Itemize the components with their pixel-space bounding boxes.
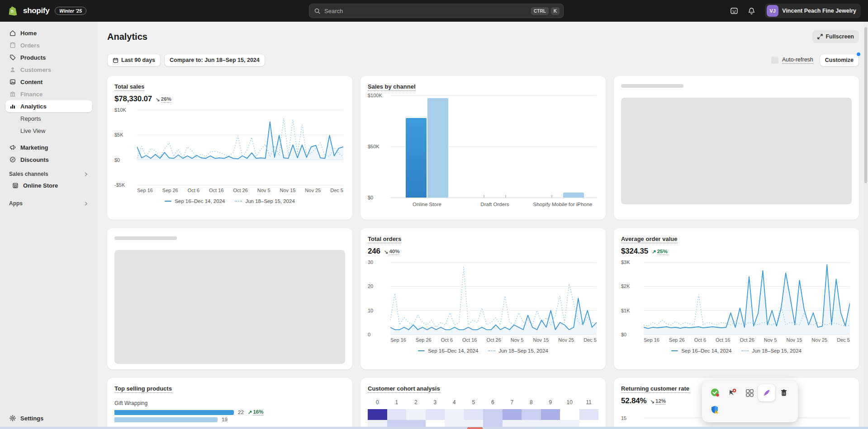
feather-extension-button[interactable] bbox=[758, 384, 775, 401]
legend-swatch-solid bbox=[671, 350, 678, 351]
product-bar-previous[interactable] bbox=[114, 417, 218, 422]
x-axis-tick: Oct 6 bbox=[441, 337, 453, 343]
sidebar-item-live-view[interactable]: Live View bbox=[5, 125, 92, 137]
sidebar-item-customers[interactable]: Customers bbox=[5, 64, 92, 75]
sidebar-item-content[interactable]: Content bbox=[5, 76, 92, 88]
cohort-cell[interactable] bbox=[406, 409, 426, 420]
cohort-column-number: 1 bbox=[387, 399, 407, 405]
cohort-cell[interactable] bbox=[483, 409, 503, 420]
line-plot bbox=[390, 262, 597, 335]
sidebar-item-discounts[interactable]: Discounts bbox=[5, 154, 92, 165]
top-products-list: Gift Wrapping22↗16%19Vincent Peach Holid… bbox=[114, 400, 345, 429]
sidebar-item-home[interactable]: Home bbox=[5, 27, 92, 39]
x-axis-tick: Sep 26 bbox=[669, 337, 685, 343]
customize-button[interactable]: Customize bbox=[820, 54, 859, 66]
notifications-button[interactable] bbox=[744, 4, 759, 18]
compare-button[interactable]: Compare to: Jun 18–Sep 15, 2024 bbox=[164, 54, 265, 66]
defender-extension-button[interactable]: ! bbox=[707, 401, 724, 419]
extensions-grid-button[interactable] bbox=[741, 384, 758, 401]
sales-by-channel-chart[interactable]: $100K$50K$0 bbox=[368, 95, 598, 198]
chart-legend: Sep 16–Dec 14, 2024Jun 18–Sep 15, 2024 bbox=[621, 348, 852, 354]
sidebar-item-online-store[interactable]: Online Store bbox=[5, 179, 92, 191]
calendar-icon bbox=[113, 57, 119, 63]
sales-channels-header[interactable]: Sales channels bbox=[5, 169, 92, 179]
trend-arrow: ↘ bbox=[156, 96, 160, 103]
auto-refresh-toggle[interactable]: Auto-refresh bbox=[771, 57, 813, 64]
cohort-cell[interactable] bbox=[368, 409, 387, 420]
store-avatar: VJ bbox=[767, 5, 778, 17]
sidebar-item-marketing[interactable]: Marketing bbox=[5, 141, 92, 153]
sidekick-icon bbox=[730, 6, 739, 15]
aov-chart[interactable]: $3K$2K$1K$0 bbox=[621, 262, 852, 335]
legend-item: Sep 16–Dec 14, 2024 bbox=[165, 198, 225, 204]
trend-percent: 40% bbox=[389, 249, 399, 255]
card-title[interactable]: Total sales bbox=[114, 83, 144, 91]
customize-label: Customize bbox=[825, 57, 854, 63]
apps-header[interactable]: Apps bbox=[5, 198, 92, 209]
store-switcher[interactable]: VJ Vincent Peach Fine Jewelry bbox=[765, 4, 861, 18]
cohort-cell[interactable] bbox=[560, 409, 579, 420]
auto-refresh-checkbox[interactable] bbox=[771, 57, 778, 64]
person-icon bbox=[9, 66, 16, 73]
blocked-extension-button[interactable] bbox=[724, 384, 741, 401]
card-title[interactable]: Top selling products bbox=[114, 385, 172, 393]
page-scrollbar[interactable] bbox=[863, 22, 868, 429]
date-range-button[interactable]: Last 90 days bbox=[107, 54, 161, 66]
product-bar-current[interactable] bbox=[114, 410, 234, 415]
cohort-cell[interactable] bbox=[387, 409, 407, 420]
cohort-heatmap[interactable] bbox=[368, 409, 598, 429]
home-icon bbox=[9, 29, 16, 37]
cohort-cell[interactable] bbox=[541, 409, 560, 420]
cohort-cell[interactable] bbox=[579, 409, 599, 420]
total-sales-chart[interactable]: $10K$5K$0-$5K bbox=[114, 110, 345, 185]
cohort-cell[interactable] bbox=[426, 409, 445, 420]
bar[interactable] bbox=[427, 98, 448, 198]
legend-item: Sep 16–Dec 14, 2024 bbox=[418, 348, 478, 354]
y-axis-tick: $0 bbox=[368, 195, 387, 200]
legend-item: Jun 18–Sep 15, 2024 bbox=[235, 198, 294, 204]
bar[interactable] bbox=[563, 193, 584, 198]
card-title[interactable]: Returning customer rate bbox=[621, 385, 689, 393]
bank-icon bbox=[9, 90, 16, 98]
sidebar-item-label: Orders bbox=[20, 42, 40, 49]
svg-text:S: S bbox=[11, 9, 14, 14]
fullscreen-button[interactable]: Fullscreen bbox=[812, 30, 859, 43]
sidebar: Home Orders Products Customers Content F… bbox=[0, 22, 98, 429]
cohort-cell[interactable] bbox=[445, 409, 464, 420]
scrollbar-thumb[interactable] bbox=[864, 27, 867, 183]
x-axis-tick: Oct 26 bbox=[486, 337, 501, 343]
shopify-logo[interactable]: S shopify bbox=[7, 5, 49, 17]
sidebar-item-label: Content bbox=[20, 79, 43, 85]
card-title[interactable]: Total orders bbox=[368, 236, 401, 243]
card-title[interactable]: Average order value bbox=[621, 236, 678, 243]
cohort-column-number: 8 bbox=[522, 399, 541, 405]
x-axis-labels: Sep 16Sep 26Oct 6Oct 16Oct 26Nov 5Nov 15… bbox=[390, 337, 597, 343]
sidebar-item-label: Settings bbox=[20, 415, 43, 422]
dark-tool-extension-button[interactable] bbox=[775, 384, 792, 401]
cohort-cell[interactable] bbox=[464, 409, 484, 420]
adblock-extension-button[interactable] bbox=[707, 384, 724, 401]
sidebar-item-label: Live View bbox=[20, 127, 45, 134]
aov-delta: ↗25% bbox=[652, 249, 668, 255]
x-axis-tick: Dec 5 bbox=[583, 337, 597, 343]
search-input[interactable]: Search CTRL K bbox=[309, 4, 564, 18]
sidebar-item-products[interactable]: Products bbox=[5, 52, 92, 63]
sales-by-channel-card: Sales by channel $100K$50K$0 Online Stor… bbox=[360, 76, 606, 220]
sidebar-item-analytics[interactable]: Analytics bbox=[5, 100, 92, 112]
sidebar-item-orders[interactable]: Orders bbox=[5, 39, 92, 51]
sidebar-item-reports[interactable]: Reports bbox=[5, 113, 92, 124]
loading-card bbox=[614, 76, 859, 220]
sidebar-item-finance[interactable]: Finance bbox=[5, 88, 92, 100]
card-title[interactable]: Customer cohort analysis bbox=[368, 385, 440, 393]
section-label: Apps bbox=[9, 200, 23, 207]
bar-group bbox=[461, 95, 529, 198]
cohort-cell[interactable] bbox=[503, 409, 522, 420]
top-bar: S shopify Winter '25 Search CTRL K bbox=[0, 0, 868, 22]
bar[interactable] bbox=[406, 118, 427, 198]
total-orders-chart[interactable]: 3020100 bbox=[368, 262, 598, 335]
cohort-cell[interactable] bbox=[522, 409, 541, 420]
sidebar-item-settings[interactable]: Settings bbox=[5, 412, 92, 424]
card-title[interactable]: Sales by channel bbox=[368, 83, 416, 91]
kbd-ctrl: CTRL bbox=[531, 7, 549, 15]
sidekick-button[interactable] bbox=[727, 4, 741, 18]
